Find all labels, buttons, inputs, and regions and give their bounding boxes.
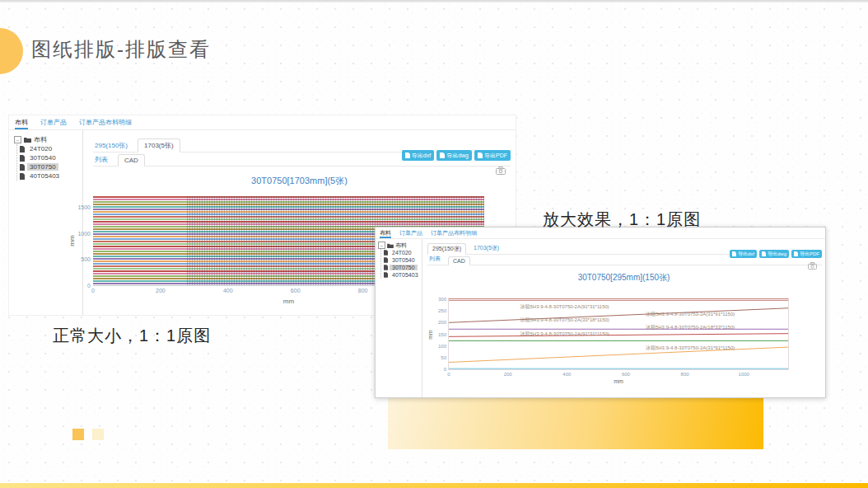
accent-square-light	[92, 429, 104, 440]
file-icon	[384, 250, 388, 256]
nav-tab-material[interactable]: 布料	[380, 228, 391, 238]
tree-root-label: 布料	[395, 242, 407, 250]
file-export-icon	[440, 152, 445, 158]
y-axis-tick: 150	[438, 332, 446, 337]
tab-1703-active[interactable]: 1703(5张)	[138, 138, 180, 152]
file-export-icon	[478, 152, 483, 158]
x-axis-tick: 400	[562, 372, 571, 377]
strip-part-label: 冰箱5H3.9-4.8-30T0750-2A(31*91*1150)	[646, 312, 735, 317]
y-axis-tick: 50	[441, 355, 446, 360]
tree-item-selected[interactable]: 30T0750	[27, 163, 58, 171]
export-pdf-button[interactable]: 导出PDF	[791, 250, 822, 258]
window-body: − 布料 24T020 30T0540 30T0750 40T05403 295…	[376, 239, 825, 397]
layout-chart-zoomed: 050100150200250300 02004006008001000 mm …	[448, 298, 789, 370]
x-axis-tick: 800	[358, 288, 368, 293]
export-dwg-button[interactable]: 导出dwg	[759, 250, 789, 258]
nav-tab-material[interactable]: 布料	[15, 115, 28, 129]
tab-list[interactable]: 列表	[93, 153, 110, 166]
top-nav: 布料 订单产品 订单产品布料明细	[9, 115, 516, 130]
save-image-camera-icon[interactable]	[808, 262, 817, 270]
y-axis-tick: 250	[438, 308, 446, 313]
file-icon	[20, 155, 25, 162]
app-screenshot-zoomed: 布料 订单产品 订单产品布料明细 − 布料 24T020 30T0540 30T…	[375, 227, 826, 398]
y-axis-label: mm	[68, 235, 76, 246]
tab-cad-active[interactable]: CAD	[448, 256, 470, 265]
tree-item[interactable]: 30T0540	[27, 154, 58, 162]
y-axis-label: mm	[427, 330, 433, 340]
tree-item-selected[interactable]: 30T0750	[390, 265, 418, 270]
tree-item[interactable]: 40T05403	[390, 272, 421, 278]
y-axis-tick: 1500	[77, 204, 91, 209]
x-axis-ticks: 02004006008001000	[449, 369, 788, 378]
x-axis-tick: 600	[622, 372, 630, 377]
export-dxf-button[interactable]: 导出dxf	[730, 250, 757, 258]
caption-normal-size: 正常大小，1：1原图	[53, 325, 211, 347]
file-icon	[20, 146, 25, 152]
material-tree: − 布料 24T020 30T0540 30T0750 40T05403	[376, 239, 422, 397]
strip-part-label: 冰箱5H3.9-4.8-30T0750-2A(91*31*1150)	[520, 304, 609, 309]
x-axis-tick: 200	[504, 372, 512, 377]
tree-item[interactable]: 30T0540	[390, 257, 418, 263]
x-axis-tick: 1000	[739, 372, 749, 377]
tree-root-material[interactable]: − 布料	[14, 135, 82, 144]
accent-circle	[0, 28, 23, 74]
tree-children: 24T020 30T0540 30T0750 40T05403	[380, 249, 422, 279]
y-axis-tick: 0	[87, 283, 91, 289]
file-icon	[20, 164, 25, 171]
y-axis-tick: 1000	[77, 230, 91, 236]
tab-295[interactable]: 295(150张)	[93, 139, 129, 152]
chart-title-zoomed: 30T0750[295mm](150张)	[422, 272, 825, 284]
tree-item[interactable]: 24T020	[27, 145, 54, 152]
collapse-icon[interactable]: −	[378, 242, 385, 249]
tree-root-material[interactable]: − 布料	[378, 242, 422, 249]
strip-part-label: 冰箱5H3.9-4.8-30T0750-2A(31*91*1150)	[646, 345, 735, 350]
nav-tab-order-product[interactable]: 订单产品	[399, 228, 422, 238]
tree-item[interactable]: 24T020	[390, 250, 414, 256]
x-axis-tick: 0	[91, 288, 95, 293]
collapse-icon[interactable]: −	[14, 136, 21, 143]
file-icon	[384, 257, 388, 263]
export-dwg-button[interactable]: 导出dwg	[436, 150, 472, 161]
x-axis-tick: 800	[681, 372, 689, 377]
nav-tab-order-product-material-detail[interactable]: 订单产品布料明细	[431, 228, 477, 238]
export-dxf-button[interactable]: 导出dxf	[402, 150, 434, 161]
tree-children: 24T020 30T0540 30T0750 40T05403	[16, 144, 82, 181]
y-axis-tick: 300	[438, 297, 446, 302]
nav-tab-order-product[interactable]: 订单产品	[40, 115, 67, 129]
x-axis-tick: 200	[156, 288, 166, 293]
save-image-camera-icon[interactable]	[496, 167, 506, 175]
nav-tab-order-product-material-detail[interactable]: 订单产品布料明细	[79, 115, 132, 129]
file-export-icon	[762, 251, 766, 256]
y-axis-tick: 500	[81, 256, 91, 262]
page-title: 图纸排版-排版查看	[31, 36, 211, 63]
y-axis-tick: 0	[444, 367, 446, 372]
presentation-slide: 图纸排版-排版查看 布料 订单产品 订单产品布料明细 − 布料 24T020 3…	[0, 0, 868, 488]
material-tree: − 布料 24T020 30T0540 30T0750 40T05403	[9, 130, 83, 315]
folder-icon	[24, 137, 31, 143]
file-icon	[384, 265, 388, 270]
tab-list[interactable]: 列表	[427, 253, 442, 265]
file-icon	[20, 173, 25, 180]
tab-1703[interactable]: 1703(5张)	[472, 242, 501, 254]
bottom-accent-strip	[0, 483, 868, 488]
x-axis-tick: 400	[223, 288, 233, 293]
export-bar: 导出dxf 导出dwg 导出PDF	[730, 250, 822, 258]
tree-item[interactable]: 40T05403	[27, 172, 62, 180]
strip-part-label: 冰箱5H3.9-4.8-30T0750-2A(18*33*1150)	[646, 325, 735, 330]
top-divider	[0, 0, 868, 2]
file-export-icon	[732, 251, 736, 256]
file-icon	[384, 272, 388, 278]
yellow-gradient-bar	[388, 395, 763, 449]
y-axis-tick: 100	[438, 344, 446, 349]
chart-title-normal: 30T0750[1703mm](5张)	[83, 175, 516, 187]
export-bar: 导出dxf 导出dwg 导出PDF	[402, 150, 511, 161]
y-axis-tick: 200	[438, 320, 446, 325]
main-panel: 295(150张) 1703(5张) 列表 CAD 导出dxf 导出dwg 导出…	[422, 239, 825, 397]
tab-cad-active[interactable]: CAD	[118, 154, 145, 167]
strip-boundary-lines	[449, 299, 788, 369]
x-axis-label: mm	[449, 378, 788, 384]
export-pdf-button[interactable]: 导出PDF	[474, 150, 511, 161]
file-export-icon	[794, 251, 798, 256]
strip-part-label: 冰箱5H3.9-4.8-30T0750-2A(33*18*1150)	[520, 317, 609, 322]
x-axis-tick: 600	[291, 288, 301, 293]
